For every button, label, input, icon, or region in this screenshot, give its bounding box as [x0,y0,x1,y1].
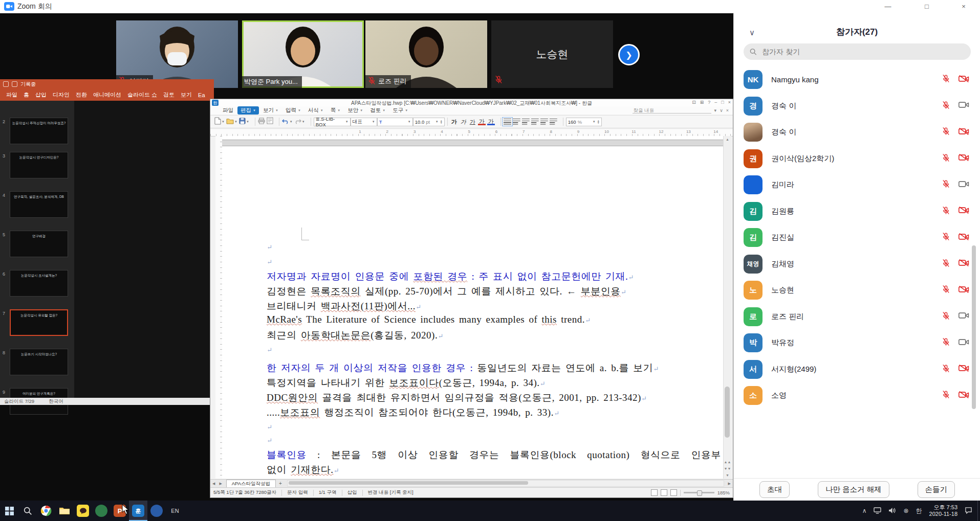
mic-muted-icon[interactable] [942,390,950,401]
ppt-menu-Ea[interactable]: Ea [195,92,208,98]
mic-muted-icon[interactable] [942,101,950,111]
video-tile[interactable]: 이지미 [116,20,238,88]
slide-thumbnail-3[interactable]: 논문작성시 연구디자인은? [10,152,68,178]
tab-next-icon[interactable]: ▶ [217,482,224,486]
redo-button[interactable]: ▼ [294,117,305,126]
hwp-menu-보안[interactable]: 보안▼ [344,106,366,115]
mic-muted-icon[interactable] [942,232,950,243]
status-insert-mode[interactable]: 삽입 [347,489,357,496]
camera-off-icon[interactable] [959,233,969,243]
font-color-button[interactable]: 가 [478,119,486,125]
hwp-menu-쪽[interactable]: 쪽▼ [328,106,343,115]
taskbar-clock[interactable]: 오후 7:532020-11-18 [929,504,957,517]
participant-search-box[interactable] [744,43,971,60]
scroll-down-arrow[interactable]: ▼ [724,472,731,479]
participant-row[interactable]: 서서지형(2499) [734,356,980,382]
find-input[interactable] [633,107,711,114]
ppt-menu-슬라이드 쇼[interactable]: 슬라이드 쇼 [124,91,160,99]
video-tile[interactable]: 박영준 Park you... [242,20,364,88]
show-desktop-strip[interactable] [977,501,980,521]
camera-on-icon[interactable] [959,338,969,348]
open-folder-button[interactable]: ▼ [226,117,237,126]
hwp-menu-보기[interactable]: 보기▼ [260,106,281,115]
font-size-combo[interactable]: 10.0pt▼▲▼ [413,118,445,126]
view-mode-icon-2[interactable] [661,489,667,496]
ppt-slide-canvas[interactable] [74,101,214,398]
participants-scrollbar[interactable] [972,245,976,409]
hwp-menu-검토[interactable]: 검토▼ [367,106,388,115]
hwp-title-control-1[interactable]: ⊞ [700,100,704,105]
participant-row[interactable]: 노노승현 [734,277,980,303]
slide-thumbnail-4[interactable]: 연구목적, 설문조사, 분석체계, DB [10,191,68,218]
page-up-button[interactable]: ▲▲ [724,459,731,465]
rep-combo[interactable]: 대표▼ [351,118,377,126]
hwp-title-control-5[interactable]: × [728,100,731,105]
taskbar-chrome-icon[interactable] [37,501,55,521]
camera-off-icon[interactable] [959,259,969,269]
video-tile[interactable]: 노승현 [491,20,613,88]
volume-icon[interactable] [888,507,896,515]
ppt-save-icon[interactable] [3,81,9,87]
find-control-2[interactable]: × [726,108,729,113]
size-spinner[interactable]: ▲▼ [440,120,443,124]
camera-on-icon[interactable] [959,311,969,322]
hwp-menu-편집[interactable]: 편집▼ [237,106,259,115]
document-page[interactable]: ↵↵저자명과 자료명이 인용문 중에 포함된 경우 : 주 표시 없이 참고문헌… [222,136,723,479]
status-track-changes[interactable]: 변경 내용 [기록 중지] [368,489,413,496]
ppt-menu-보기[interactable]: 보기 [178,91,195,99]
camera-on-icon[interactable] [959,180,969,190]
taskbar-explorer-icon[interactable] [55,501,74,521]
status-input-mode[interactable]: 문자 입력 [287,489,308,496]
align-icon-0[interactable] [504,119,511,125]
slide-thumbnail-2[interactable]: 논문작성시 주제선정이 어려우셨죠? [10,118,68,144]
invite-button[interactable]: 초대 [759,481,790,498]
participant-row[interactable]: 로로즈 핀리 [734,304,980,330]
zoom-level[interactable]: 185% [717,490,730,495]
participant-row[interactable]: 김김원룡 [734,198,980,224]
camera-on-icon[interactable] [959,101,969,111]
mic-muted-icon[interactable] [942,153,950,164]
preview-button[interactable] [267,117,273,126]
participant-row[interactable]: NKNamgyu kang [734,66,980,93]
slide-thumbnail-7[interactable]: 논문작성시 유의할 점은? [10,309,68,336]
find-control-0[interactable]: ▾ [714,108,717,113]
mic-muted-icon[interactable] [942,74,950,85]
underline-button[interactable]: 가 [469,118,476,126]
hwp-title-control-2[interactable]: ? [708,100,710,105]
zoom-combo[interactable]: 160%▼▲▼ [566,118,602,126]
tray-status-icon[interactable]: ⊗ [903,507,908,514]
participant-row[interactable]: 채영김채영 [734,251,980,277]
taskbar-hwp-icon[interactable]: 훈 [129,501,147,521]
new-doc-button[interactable]: ▼ [214,117,225,127]
horizontal-scrollbar[interactable] [287,480,724,487]
horizontal-scrollbar-thumb[interactable] [289,481,528,485]
participant-search-input[interactable] [761,47,965,56]
ppt-slide-panel[interactable]: 2논문작성시 주제선정이 어려우셨죠?3논문작성시 연구디자인은?4연구목적, … [0,101,74,398]
video-tile[interactable]: 로즈 핀리 [365,20,487,88]
camera-off-icon[interactable] [959,364,969,374]
style-combo[interactable]: ≣.S-LIB-BOX▼ [314,118,351,126]
hwp-menu-도구[interactable]: 도구▼ [389,106,411,115]
align-icon-5[interactable] [550,119,557,125]
hscroll-right-arrow[interactable]: ▶ [726,482,733,486]
view-mode-icon-3[interactable] [670,489,677,496]
print-button[interactable] [258,117,265,126]
hwp-title-control-4[interactable]: □ [721,100,724,105]
hwp-window-controls[interactable]: ⊡⊞?–□× [692,100,731,105]
highlight-color-button[interactable]: 가 [487,119,495,125]
camera-off-icon[interactable] [959,153,969,164]
participant-row[interactable]: 김미라 [734,172,980,198]
zoom-slider[interactable] [684,492,714,493]
find-control-1[interactable]: ∨ [720,108,723,113]
participant-row[interactable]: 소소영 [734,382,980,409]
document-tab[interactable]: APA스타일작성법 [226,480,276,488]
mic-muted-icon[interactable] [942,337,950,348]
ppt-menu-삽입[interactable]: 삽입 [32,91,50,99]
mic-muted-icon[interactable] [942,206,950,217]
ppt-menu-검토[interactable]: 검토 [160,91,178,99]
ppt-menu-애니메이션[interactable]: 애니메이션 [90,91,124,99]
font-combo[interactable]: Ŧ▼ [377,118,413,126]
tab-prev-icon[interactable]: ◀ [210,482,217,486]
hwp-menu-입력[interactable]: 입력▼ [282,106,304,115]
zoom-spinner[interactable]: ▲▼ [597,120,600,124]
